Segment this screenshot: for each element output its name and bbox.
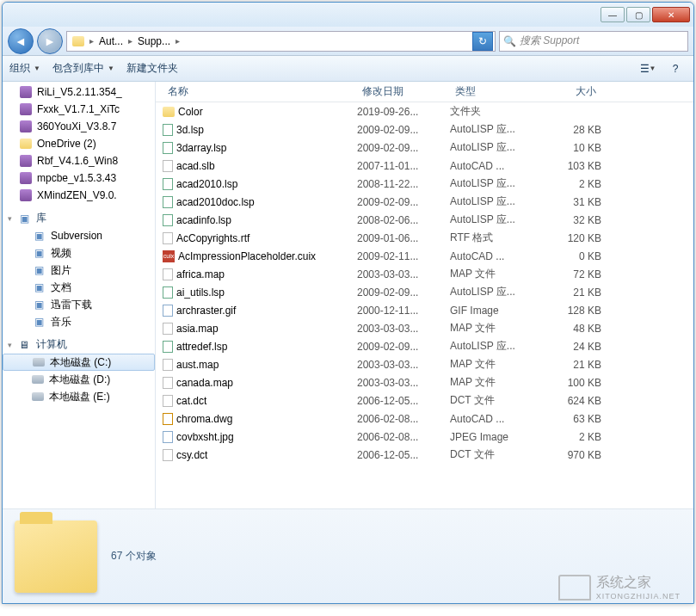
organize-button[interactable]: 组织▼ [9, 61, 40, 76]
file-row[interactable]: 3d.lsp 2009-02-09... AutoLISP 应... 28 KB [156, 120, 693, 139]
sidebar-item[interactable]: ▣Subversion [3, 227, 155, 244]
sidebar-item[interactable]: ▣音乐 [3, 313, 155, 330]
search-input[interactable]: 🔍 搜索 Support [499, 31, 688, 52]
refresh-button[interactable]: ↻ [472, 32, 493, 51]
file-size: 10 KB [541, 142, 601, 154]
breadcrumb[interactable]: Aut... [95, 32, 126, 51]
file-size: 0 KB [541, 250, 601, 262]
breadcrumb[interactable]: Supp... [134, 32, 174, 51]
sidebar-item[interactable]: 360YouXi_V3.8.7 [3, 118, 155, 135]
sidebar-item[interactable]: ▣文档 [3, 279, 155, 296]
nav-sidebar: RiLi_V5.2.11.354_Fxxk_V1.7.1_XiTc360YouX… [3, 82, 156, 508]
view-options-button[interactable]: ☰▼ [637, 60, 659, 77]
file-type: AutoLISP 应... [450, 122, 541, 137]
sidebar-item[interactable]: ▣图片 [3, 262, 155, 279]
sidebar-item-drive[interactable]: 本地磁盘 (C:) [3, 354, 155, 371]
file-list[interactable]: Color 2019-09-26... 文件夹 3d.lsp 2009-02-0… [156, 102, 693, 508]
sidebar-item[interactable]: XMindZEN_V9.0. [3, 187, 155, 204]
file-date: 2006-12-05... [357, 449, 450, 461]
help-button[interactable]: ? [664, 60, 687, 77]
file-row[interactable]: chroma.dwg 2006-02-08... AutoCAD ... 63 … [156, 410, 693, 428]
col-name[interactable]: 名称 [163, 84, 357, 99]
file-name: attredef.lsp [176, 341, 227, 353]
file-row[interactable]: acad.slb 2007-11-01... AutoCAD ... 103 K… [156, 157, 693, 175]
sidebar-group-libraries[interactable]: ▾▣库 [3, 204, 155, 227]
file-date: 2007-11-01... [357, 160, 450, 172]
file-name: africa.map [176, 268, 225, 280]
file-icon [163, 377, 173, 389]
archive-icon [20, 155, 32, 167]
chevron-down-icon: ▼ [34, 65, 40, 72]
sidebar-item[interactable]: ▣迅雷下载 [3, 296, 155, 313]
file-type: AutoLISP 应... [450, 194, 541, 209]
file-date: 2009-02-11... [357, 250, 450, 262]
file-row[interactable]: covbxsht.jpg 2006-02-08... JPEG Image 2 … [156, 428, 693, 446]
back-button[interactable]: ◄ [8, 28, 34, 54]
library-icon: ▣ [32, 315, 46, 329]
computer-icon: 🖥 [17, 338, 31, 352]
file-row[interactable]: africa.map 2003-03-03... MAP 文件 72 KB [156, 265, 693, 283]
file-row[interactable]: ai_utils.lsp 2009-02-09... AutoLISP 应...… [156, 283, 693, 301]
sidebar-group-computer[interactable]: ▾🖥计算机 [3, 330, 155, 354]
sidebar-item[interactable]: Rbf_V4.1.6_Win8 [3, 152, 155, 169]
file-row[interactable]: archraster.gif 2000-12-11... GIF Image 1… [156, 301, 693, 319]
col-date[interactable]: 修改日期 [357, 84, 450, 99]
file-row[interactable]: acad2010.lsp 2008-11-22... AutoLISP 应...… [156, 175, 693, 193]
sidebar-item-label: Subversion [51, 230, 102, 242]
address-bar[interactable]: ▸ Aut... ▸ Supp... ▸ ↻ [66, 31, 496, 52]
new-folder-button[interactable]: 新建文件夹 [126, 61, 178, 76]
file-row[interactable]: acadinfo.lsp 2008-02-06... AutoLISP 应...… [156, 211, 693, 229]
sidebar-item[interactable]: Fxxk_V1.7.1_XiTc [3, 101, 155, 118]
file-row[interactable]: aust.map 2003-03-03... MAP 文件 21 KB [156, 355, 693, 373]
chevron-right-icon[interactable]: ▸ [126, 36, 134, 46]
file-row[interactable]: Color 2019-09-26... 文件夹 [156, 102, 693, 120]
house-icon [558, 575, 591, 601]
file-size: 100 KB [541, 377, 601, 389]
include-in-library-button[interactable]: 包含到库中▼ [52, 61, 114, 76]
file-row[interactable]: acad2010doc.lsp 2009-02-09... AutoLISP 应… [156, 193, 693, 211]
file-date: 2008-02-06... [357, 214, 450, 226]
library-icon: ▣ [32, 298, 46, 311]
close-button[interactable]: ✕ [652, 7, 690, 22]
file-row[interactable]: asia.map 2003-03-03... MAP 文件 48 KB [156, 319, 693, 337]
sidebar-item-label: 图片 [51, 263, 71, 278]
file-name: canada.map [176, 377, 233, 389]
explorer-window: — ▢ ✕ ◄ ► ▸ Aut... ▸ Supp... ▸ ↻ 🔍 搜索 Su… [2, 2, 694, 604]
file-date: 2009-02-09... [357, 142, 450, 154]
forward-button[interactable]: ► [37, 28, 63, 54]
file-type: 文件夹 [450, 104, 541, 119]
sidebar-item-label: 音乐 [51, 315, 71, 330]
sidebar-item-label: 本地磁盘 (C:) [50, 355, 111, 370]
watermark: 系统之家 XITONGZHIJIA.NET [558, 574, 681, 601]
file-row[interactable]: AcCopyrights.rtf 2009-01-06... RTF 格式 12… [156, 229, 693, 247]
file-row[interactable]: 3darray.lsp 2009-02-09... AutoLISP 应... … [156, 139, 693, 157]
search-icon: 🔍 [503, 35, 516, 47]
col-size[interactable]: 大小 [541, 84, 601, 99]
minimize-button[interactable]: — [601, 7, 625, 22]
file-row[interactable]: canada.map 2003-03-03... MAP 文件 100 KB [156, 373, 693, 391]
sidebar-item-label: OneDrive (2) [37, 138, 96, 150]
list-icon: ☰ [640, 63, 650, 75]
file-type: MAP 文件 [450, 321, 541, 336]
sidebar-item-drive[interactable]: 本地磁盘 (E:) [3, 388, 155, 405]
sidebar-item-drive[interactable]: 本地磁盘 (D:) [3, 371, 155, 388]
sidebar-item[interactable]: mpcbe_v1.5.3.43 [3, 169, 155, 187]
sidebar-item[interactable]: ▣视频 [3, 244, 155, 262]
col-type[interactable]: 类型 [450, 84, 541, 99]
file-row[interactable]: attredef.lsp 2009-02-09... AutoLISP 应...… [156, 337, 693, 355]
file-icon [163, 268, 173, 280]
file-date: 2019-09-26... [357, 106, 450, 118]
file-type: RTF 格式 [450, 231, 541, 245]
file-size: 970 KB [541, 449, 601, 461]
sidebar-item[interactable]: OneDrive (2) [3, 135, 155, 152]
file-row[interactable]: csy.dct 2006-12-05... DCT 文件 970 KB [156, 446, 693, 464]
file-row[interactable]: cat.dct 2006-12-05... DCT 文件 624 KB [156, 391, 693, 410]
file-name: ai_utils.lsp [176, 286, 225, 299]
maximize-button[interactable]: ▢ [626, 7, 650, 22]
chevron-right-icon[interactable]: ▸ [88, 36, 95, 46]
file-date: 2000-12-11... [357, 305, 450, 317]
file-row[interactable]: cuixAcImpressionPlaceholder.cuix 2009-02… [156, 247, 693, 265]
chevron-right-icon[interactable]: ▸ [174, 36, 182, 46]
sidebar-item[interactable]: RiLi_V5.2.11.354_ [3, 83, 155, 101]
file-date: 2008-11-22... [357, 178, 450, 190]
